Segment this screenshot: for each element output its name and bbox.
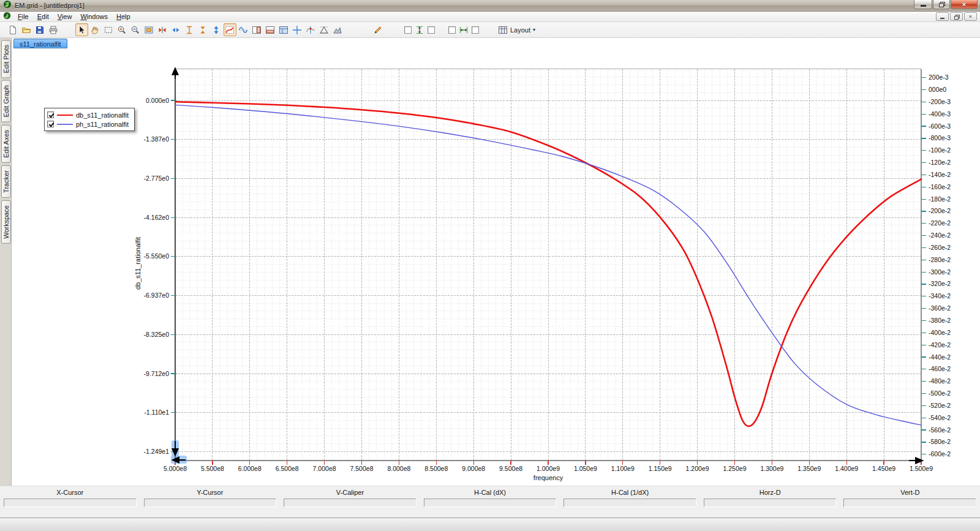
y-right-tick-label: -280e-2 bbox=[929, 256, 951, 263]
menu-help[interactable]: Help bbox=[112, 12, 135, 21]
cursor-field-h-cal-1-dx-[interactable] bbox=[564, 499, 696, 507]
y-right-tick-label: -180e-2 bbox=[929, 195, 951, 203]
print-button[interactable] bbox=[47, 23, 60, 36]
mdi-close-button[interactable]: × bbox=[964, 12, 977, 21]
fit-height-button[interactable] bbox=[183, 23, 196, 36]
mdi-restore-button[interactable] bbox=[950, 12, 963, 21]
y-right-tick-label: -320e-2 bbox=[929, 280, 951, 287]
cursor-label-h-cal-1-dx-: H-Cal (1/dX) bbox=[560, 489, 700, 498]
y-right-tick-label: -600e-2 bbox=[929, 450, 951, 458]
y-right-tick-label: -440e-2 bbox=[929, 353, 951, 361]
legend-item: ph_s11_rationalfit bbox=[47, 119, 129, 129]
cursor-label-h-cal-dx-: H-Cal (dX) bbox=[420, 489, 560, 498]
print-icon bbox=[48, 25, 58, 35]
layout-menu-button[interactable]: Layout▾ bbox=[494, 23, 540, 36]
x-lock-left-checkbox[interactable] bbox=[448, 26, 456, 34]
y-left-tick-label: -1.249e1 bbox=[144, 448, 170, 455]
y-right-tick-label: -140e-2 bbox=[929, 171, 951, 178]
new-document-icon bbox=[8, 25, 18, 35]
h-scale-glyph bbox=[459, 25, 469, 35]
document-tab-s11_rationalfit[interactable]: s11_rationalfit bbox=[13, 39, 67, 48]
menu-view[interactable]: View bbox=[53, 12, 77, 21]
autoscale-plot-icon bbox=[225, 25, 235, 35]
pencil-button[interactable] bbox=[372, 23, 385, 36]
y-right-tick-label: -220e-2 bbox=[929, 219, 951, 227]
collapse-horizontal-button[interactable] bbox=[156, 23, 169, 36]
legend-checkbox-ph_s11_rationalfit[interactable] bbox=[47, 121, 54, 127]
x-lock-right-checkbox[interactable] bbox=[472, 26, 479, 34]
peak-search-alt-button[interactable] bbox=[331, 23, 344, 36]
plot-canvas[interactable]: 5.000e85.500e86.000e86.500e87.000e87.500… bbox=[0, 49, 980, 490]
y-right-tick-label: -100e-2 bbox=[929, 146, 951, 154]
layout-panels-icon bbox=[279, 25, 288, 35]
chevron-down-icon: ▾ bbox=[533, 27, 535, 32]
restore-button[interactable] bbox=[933, 0, 950, 9]
titlebar: EM.grid - [untitledproj1] × bbox=[0, 0, 980, 12]
crosshair-button[interactable] bbox=[291, 23, 304, 36]
legend-line-swatch bbox=[57, 124, 73, 125]
open-folder-icon bbox=[21, 25, 31, 35]
y-lock-left-checkbox[interactable] bbox=[404, 26, 412, 34]
select-arrow-button[interactable] bbox=[75, 23, 88, 36]
minimize-icon bbox=[921, 5, 926, 7]
y-right-tick-label: -160e-2 bbox=[929, 183, 951, 190]
zoom-in-icon bbox=[117, 25, 127, 35]
menu-file[interactable]: File bbox=[13, 12, 33, 21]
x-tick-label: 6.000e8 bbox=[238, 465, 262, 472]
autoscale-plot-button[interactable] bbox=[224, 23, 236, 36]
x-tick-label: 1.500e9 bbox=[910, 465, 933, 472]
x-tick-label: 1.350e9 bbox=[797, 465, 821, 472]
split-vertical-button[interactable] bbox=[251, 23, 263, 36]
y-right-tick-label: -400e-3 bbox=[929, 110, 951, 118]
expand-horizontal-button[interactable] bbox=[170, 23, 183, 36]
cursor-field-v-caliper[interactable] bbox=[284, 499, 417, 507]
split-horizontal-button[interactable] bbox=[264, 23, 277, 36]
save-button[interactable] bbox=[34, 23, 47, 36]
y-left-tick-label: -1.110e1 bbox=[144, 409, 169, 416]
layout-menu-label: Layout bbox=[510, 26, 530, 34]
x-tick-label: 1.300e9 bbox=[760, 465, 783, 472]
crosshair-icon bbox=[292, 25, 302, 35]
legend-item: db_s11_rationalfit bbox=[47, 110, 129, 119]
close-button[interactable]: × bbox=[951, 0, 978, 9]
menu-windows[interactable]: Windows bbox=[76, 12, 112, 21]
cursor-field-x-cursor[interactable] bbox=[4, 499, 137, 507]
open-folder-button[interactable] bbox=[20, 23, 33, 36]
y-left-tick-label: -2.775e0 bbox=[144, 175, 170, 182]
pan-hand-icon bbox=[90, 25, 100, 35]
cursor-label-horz-d: Horz-D bbox=[700, 489, 840, 498]
zoom-region-button[interactable] bbox=[143, 23, 156, 36]
cursor-field-h-cal-dx-[interactable] bbox=[424, 499, 557, 507]
x-tick-label: 1.400e9 bbox=[835, 465, 858, 472]
close-icon: × bbox=[962, 1, 966, 8]
tracker-cursor-button[interactable] bbox=[304, 23, 317, 36]
zoom-in-button[interactable] bbox=[116, 23, 129, 36]
pan-hand-button[interactable] bbox=[89, 23, 102, 36]
zoom-box-button[interactable] bbox=[102, 23, 115, 36]
mdi-minimize-button[interactable] bbox=[936, 12, 949, 21]
y-right-tick-label: -420e-2 bbox=[929, 341, 951, 348]
cursor-field-y-cursor[interactable] bbox=[144, 499, 277, 507]
fit-vertical-button[interactable] bbox=[210, 23, 223, 36]
peak-search-button[interactable] bbox=[318, 23, 331, 36]
mdi-restore-icon bbox=[954, 15, 959, 19]
zoom-out-button[interactable] bbox=[129, 23, 142, 36]
y-right-tick-label: -460e-2 bbox=[929, 365, 951, 372]
y-left-tick-label: -5.550e0 bbox=[144, 252, 170, 260]
cursor-field-vert-d[interactable] bbox=[843, 499, 976, 507]
peak-search-alt-icon bbox=[333, 25, 342, 35]
cursor-field-horz-d[interactable] bbox=[704, 499, 837, 507]
y-left-tick-label: 0.000e0 bbox=[146, 97, 169, 104]
smooth-wave-button[interactable] bbox=[237, 23, 250, 36]
legend-label: db_s11_rationalfit bbox=[76, 111, 129, 119]
legend-checkbox-db_s11_rationalfit[interactable] bbox=[47, 111, 54, 118]
x-tick-label: 8.000e8 bbox=[387, 465, 410, 472]
collapse-vertical-button[interactable] bbox=[197, 23, 209, 36]
layout-panels-button[interactable] bbox=[277, 23, 290, 36]
y-right-tick-label: -200e-2 bbox=[929, 207, 951, 214]
new-document-button[interactable] bbox=[7, 23, 20, 36]
minimize-button[interactable] bbox=[914, 0, 932, 9]
y-right-tick-label: -380e-2 bbox=[929, 317, 951, 324]
y-lock-right-checkbox[interactable] bbox=[428, 26, 435, 34]
menu-edit[interactable]: Edit bbox=[33, 12, 53, 21]
